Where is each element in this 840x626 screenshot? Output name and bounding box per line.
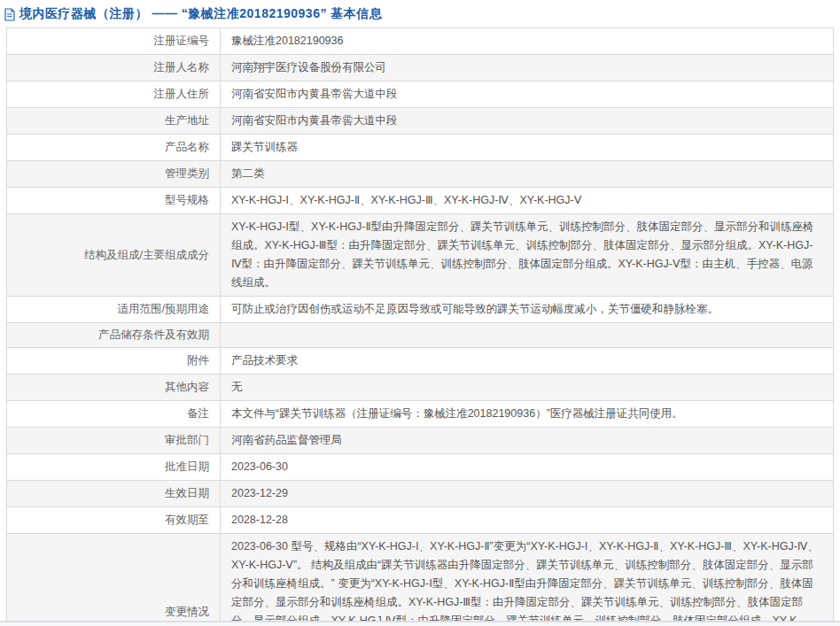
row-value: [221, 323, 833, 347]
row-label: 审批部门: [7, 428, 221, 453]
row-label: 附件: [7, 348, 221, 374]
row-value: 踝关节训练器: [221, 135, 833, 160]
row-value: XY-K-HGJ-Ⅰ型、XY-K-HGJ-Ⅱ型由升降固定部分、踝关节训练单元、训…: [221, 214, 833, 296]
row-value: 河南省药品监督管理局: [221, 428, 833, 453]
page-header: 境内医疗器械（注册） —— “豫械注准20182190936” 基本信息: [0, 0, 840, 27]
table-row: 产品名称 踝关节训练器: [7, 135, 833, 161]
row-label: 注册证编号: [7, 28, 221, 54]
table-row: 附件 产品技术要求: [7, 348, 833, 375]
row-value-text: 河南省药品监督管理局: [231, 431, 342, 450]
row-value-text: 2023-06-30 型号、规格由“XY-K-HGJ-Ⅰ、XY-K-HGJ-Ⅱ”…: [231, 537, 821, 626]
row-value: 本文件与“踝关节训练器（注册证编号：豫械注准20182190936）”医疗器械注…: [221, 401, 833, 427]
row-value: 2028-12-28: [221, 507, 833, 533]
row-value-text: 可防止或治疗因创伤或运动不足原因导致或可能导致的踝关节运动幅度减小，关节僵硬和静…: [231, 300, 719, 319]
row-label: 批准日期: [7, 454, 221, 480]
page: 境内医疗器械（注册） —— “豫械注准20182190936” 基本信息 注册证…: [0, 0, 840, 626]
table-row: 备注 本文件与“踝关节训练器（注册证编号：豫械注准20182190936）”医疗…: [7, 401, 833, 428]
row-label-text: 附件: [187, 353, 209, 368]
row-value-text: 无: [231, 378, 243, 397]
row-label: 产品名称: [7, 135, 221, 160]
row-value-text: XY-K-HGJ-Ⅰ、XY-K-HGJ-Ⅱ、XY-K-HGJ-Ⅲ、XY-K-HG…: [231, 191, 581, 210]
row-label: 其他内容: [7, 375, 221, 400]
row-label-text: 型号规格: [165, 193, 209, 208]
row-label-text: 审批部门: [165, 433, 209, 448]
row-value-text: 2023-06-30: [231, 458, 288, 476]
table-row: 产品储存条件及有效期: [7, 323, 833, 348]
row-label: 注册人名称: [7, 55, 221, 81]
table-row: 生产地址 河南省安阳市内黄县帝喾大道中段: [7, 108, 833, 135]
table-row: 注册证编号 豫械注准20182190936: [7, 28, 833, 55]
row-value-text: 河南省安阳市内黄县帝喾大道中段: [231, 112, 398, 130]
table-row: 型号规格 XY-K-HGJ-Ⅰ、XY-K-HGJ-Ⅱ、XY-K-HGJ-Ⅲ、XY…: [7, 188, 833, 214]
row-label-text: 注册人名称: [154, 60, 210, 75]
table-row: 其他内容 无: [7, 375, 833, 401]
row-label-text: 有效期至: [165, 513, 209, 528]
table-row: 批准日期 2023-06-30: [7, 454, 833, 481]
table-row: 变更情况 2023-06-30 型号、规格由“XY-K-HGJ-Ⅰ、XY-K-H…: [7, 534, 833, 626]
row-value: 2023-06-30 型号、规格由“XY-K-HGJ-Ⅰ、XY-K-HGJ-Ⅱ”…: [221, 534, 833, 626]
row-label-text: 变更情况: [165, 605, 209, 620]
row-label: 型号规格: [7, 188, 221, 213]
table-row: 管理类别 第二类: [7, 161, 833, 188]
row-label-text: 产品名称: [165, 140, 209, 155]
row-value-text: 2028-12-28: [231, 511, 288, 529]
row-label: 生效日期: [7, 481, 221, 506]
row-value-text: 产品技术要求: [231, 352, 298, 370]
row-label-text: 批准日期: [165, 460, 209, 475]
row-value-text: 第二类: [231, 165, 265, 183]
row-value: 2023-06-30: [221, 454, 833, 480]
table-row: 有效期至 2028-12-28: [7, 507, 833, 534]
table-row: 注册人住所 河南省安阳市内黄县帝喾大道中段: [7, 81, 833, 108]
row-label: 变更情况: [7, 534, 221, 626]
row-label-text: 其他内容: [165, 380, 209, 395]
row-value-text: 本文件与“踝关节训练器（注册证编号：豫械注准20182190936）”医疗器械注…: [231, 405, 683, 423]
table-row: 审批部门 河南省药品监督管理局: [7, 428, 833, 454]
row-label: 注册人住所: [7, 81, 221, 107]
row-label: 适用范围/预期用途: [7, 297, 221, 322]
row-value-text: 河南省安阳市内黄县帝喾大道中段: [231, 85, 398, 104]
row-label: 产品储存条件及有效期: [7, 323, 221, 347]
row-label-text: 生效日期: [165, 486, 209, 501]
row-label-text: 管理类别: [165, 166, 209, 182]
row-value-text: XY-K-HGJ-Ⅰ型、XY-K-HGJ-Ⅱ型由升降固定部分、踝关节训练单元、训…: [231, 218, 821, 292]
table-row: 生效日期 2023-12-29: [7, 481, 833, 507]
row-value: 产品技术要求: [221, 348, 833, 374]
row-label-text: 备注: [187, 406, 209, 421]
row-value-text: 2023-12-29: [231, 484, 288, 503]
row-value: 2023-12-29: [221, 481, 833, 506]
row-value-text: 豫械注准20182190936: [231, 32, 343, 50]
row-value: 豫械注准20182190936: [221, 28, 833, 54]
row-label: 备注: [7, 401, 221, 427]
row-value: 无: [221, 375, 833, 400]
info-table: 注册证编号 豫械注准20182190936 注册人名称 河南翔宇医疗设备股份有限…: [6, 27, 834, 626]
page-title: 境内医疗器械（注册） —— “豫械注准20182190936” 基本信息: [19, 6, 382, 22]
table-row: 结构及组成/主要组成成分 XY-K-HGJ-Ⅰ型、XY-K-HGJ-Ⅱ型由升降固…: [7, 214, 833, 297]
row-value: 河南省安阳市内黄县帝喾大道中段: [221, 108, 833, 134]
row-label-text: 注册人住所: [154, 87, 210, 102]
table-row: 适用范围/预期用途 可防止或治疗因创伤或运动不足原因导致或可能导致的踝关节运动幅…: [7, 297, 833, 323]
row-label: 有效期至: [7, 507, 221, 533]
row-value: 河南省安阳市内黄县帝喾大道中段: [221, 81, 833, 107]
document-icon: [4, 8, 16, 21]
row-label: 结构及组成/主要组成成分: [7, 214, 221, 296]
row-label-text: 产品储存条件及有效期: [98, 328, 209, 343]
row-label-text: 生产地址: [165, 113, 209, 128]
bottom-divider: [0, 621, 840, 626]
row-value-text: 河南翔宇医疗设备股份有限公司: [231, 58, 386, 77]
row-value-text: 踝关节训练器: [231, 138, 298, 157]
row-value: 可防止或治疗因创伤或运动不足原因导致或可能导致的踝关节运动幅度减小，关节僵硬和静…: [221, 297, 833, 322]
row-label-text: 注册证编号: [154, 34, 210, 49]
table-row: 注册人名称 河南翔宇医疗设备股份有限公司: [7, 55, 833, 81]
row-label: 生产地址: [7, 108, 221, 134]
row-label-text: 结构及组成/主要组成成分: [84, 248, 209, 263]
row-value: 第二类: [221, 161, 833, 187]
row-label: 管理类别: [7, 161, 221, 187]
row-value: XY-K-HGJ-Ⅰ、XY-K-HGJ-Ⅱ、XY-K-HGJ-Ⅲ、XY-K-HG…: [221, 188, 833, 213]
row-label-text: 适用范围/预期用途: [118, 302, 209, 317]
row-value: 河南翔宇医疗设备股份有限公司: [221, 55, 833, 81]
